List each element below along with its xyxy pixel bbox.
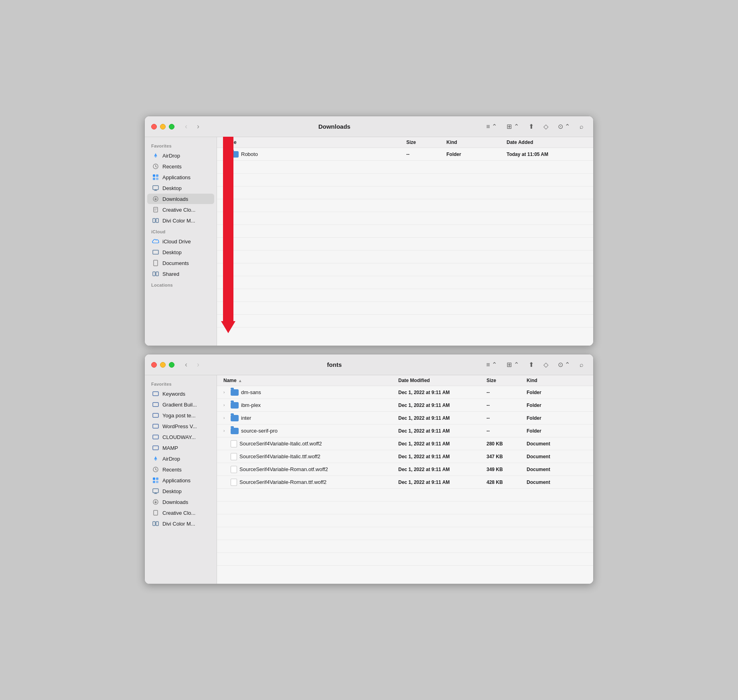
sidebar-item-creative-2[interactable]: Creative Clo... [147, 508, 214, 518]
sidebar-item-wordpress-2[interactable]: WordPress V... [147, 421, 214, 431]
table-row[interactable]: › ibm-plex Dec 1, 2022 at 9:11 AM -- Fol… [217, 399, 593, 412]
search-button-2[interactable]: ⌕ [576, 360, 587, 370]
file-name-ss4-italic-otf: SourceSerif4Variable-Italic.otf.woff2 [239, 441, 322, 447]
maximize-button-1[interactable] [169, 124, 174, 129]
file-list-1: Name Size Kind Date Added › Roboto -- Fo… [217, 137, 593, 346]
file-date-1: Today at 11:05 AM [507, 152, 587, 157]
sidebar-item-shared-1[interactable]: Shared [147, 269, 214, 279]
downloads-icon-2 [152, 498, 159, 506]
svg-rect-14 [156, 272, 158, 276]
table-row[interactable]: › dm-sans Dec 1, 2022 at 9:11 AM -- Fold… [217, 386, 593, 399]
close-button-1[interactable] [151, 124, 157, 129]
sidebar-item-airdrop-2[interactable]: AirDrop [147, 453, 214, 464]
col-date-header-2[interactable]: Date Modified [398, 378, 487, 383]
search-icon-2: ⌕ [580, 361, 584, 368]
sidebar-item-downloads-1[interactable]: Downloads [147, 194, 214, 204]
folder-icon-source-serif-pro [231, 428, 239, 434]
table-row[interactable]: › inter Dec 1, 2022 at 9:11 AM -- Folder [217, 412, 593, 425]
svg-rect-16 [153, 403, 158, 407]
downloads-label-2: Downloads [162, 499, 188, 505]
empty-row [217, 276, 593, 289]
maximize-button-2[interactable] [169, 362, 174, 368]
file-name-ibm-plex: ibm-plex [241, 402, 261, 408]
documents-label-1: Documents [162, 260, 189, 266]
sidebar-item-desktop-2[interactable]: Desktop [147, 486, 214, 496]
file-size-ss4-roman-otf: 349 KB [487, 467, 527, 472]
grid-view-icon-1: ⊞ ⌃ [507, 123, 519, 130]
minimize-button-2[interactable] [160, 362, 166, 368]
file-icon-ss4-italic-otf [231, 440, 237, 447]
sidebar-item-creative-1[interactable]: Creative Clo... [147, 204, 214, 215]
sidebar-item-recents-1[interactable]: Recents [147, 161, 214, 172]
window-title-1: Downloads [191, 123, 478, 130]
file-date-ss4-roman-ttf: Dec 1, 2022 at 9:11 AM [398, 479, 487, 485]
sidebar-item-yoga-2[interactable]: Yoga post te... [147, 410, 214, 421]
file-size-inter: -- [487, 415, 527, 421]
tag-button-1[interactable]: ◇ [540, 121, 551, 132]
grid-view-button-2[interactable]: ⊞ ⌃ [503, 359, 522, 370]
file-kind-ss4-italic-ttf: Document [527, 454, 587, 459]
list-view-button-2[interactable]: ≡ ⌃ [483, 359, 500, 370]
grid-view-button-1[interactable]: ⊞ ⌃ [503, 121, 522, 132]
file-name-inter: inter [241, 415, 251, 421]
row-chevron-inter: › [223, 416, 228, 420]
col-kind-header-2[interactable]: Kind [527, 378, 587, 383]
divi-icon-1 [152, 217, 159, 224]
table-row[interactable]: › Roboto -- Folder Today at 11:05 AM [217, 148, 593, 161]
minimize-button-1[interactable] [160, 124, 166, 129]
gradient-label-2: Gradient Buil... [162, 402, 197, 408]
col-name-header-1: Name [223, 140, 406, 145]
svg-rect-24 [156, 477, 158, 480]
share-button-1[interactable]: ⬆ [525, 121, 537, 132]
file-kind-source-serif-pro: Folder [527, 428, 587, 434]
sidebar-item-divi-1[interactable]: Divi Color M... [147, 215, 214, 226]
back-button-2[interactable]: ‹ [182, 359, 190, 370]
table-row[interactable]: › SourceSerif4Variable-Italic.ttf.woff2 … [217, 450, 593, 463]
recents-label-1: Recents [162, 164, 182, 170]
sidebar-item-icloud-drive-1[interactable]: iCloud Drive [147, 236, 214, 247]
search-button-1[interactable]: ⌕ [576, 121, 587, 132]
sidebar-item-downloads-2[interactable]: Downloads [147, 497, 214, 507]
empty-row [217, 212, 593, 225]
table-row[interactable]: › SourceSerif4Variable-Roman.otf.woff2 D… [217, 463, 593, 476]
window-title-2: fonts [191, 361, 478, 368]
file-kind-dm-sans: Folder [527, 390, 587, 395]
table-row[interactable]: › SourceSerif4Variable-Roman.ttf.woff2 D… [217, 476, 593, 489]
close-button-2[interactable] [151, 362, 157, 368]
sidebar-item-keywords-2[interactable]: Keywords [147, 388, 214, 399]
svg-rect-10 [156, 218, 158, 223]
row-chevron-source-serif-pro: › [223, 429, 228, 433]
sidebar-item-gradient-2[interactable]: Gradient Buil... [147, 399, 214, 410]
sidebar-item-documents-1[interactable]: Documents [147, 258, 214, 268]
row-chevron-dm-sans: › [223, 390, 228, 395]
more-button-1[interactable]: ⊙ ⌃ [555, 121, 573, 132]
file-date-ibm-plex: Dec 1, 2022 at 9:11 AM [398, 403, 487, 408]
sidebar-item-mamp-2[interactable]: MAMP [147, 443, 214, 453]
finder-window-2: ‹ › fonts ≡ ⌃ ⊞ ⌃ ⬆ ◇ ⊙ ⌃ [144, 354, 594, 584]
sidebar-item-applications-2[interactable]: Applications [147, 475, 214, 486]
col-size-header-2[interactable]: Size [487, 378, 527, 383]
icloud-desktop-icon-1 [152, 249, 159, 256]
more-button-2[interactable]: ⊙ ⌃ [555, 359, 573, 370]
table-row[interactable]: › source-serif-pro Dec 1, 2022 at 9:11 A… [217, 425, 593, 437]
sidebar-item-applications-1[interactable]: Applications [147, 172, 214, 182]
sidebar-item-icloud-desktop-1[interactable]: Desktop [147, 247, 214, 257]
share-button-2[interactable]: ⬆ [525, 359, 537, 370]
sidebar-item-recents-2[interactable]: Recents [147, 464, 214, 475]
icloud-drive-label-1: iCloud Drive [162, 239, 191, 245]
finder-body-1: Favorites AirDrop Recents [145, 137, 593, 346]
svg-rect-19 [153, 435, 158, 439]
list-view-button-1[interactable]: ≡ ⌃ [483, 121, 500, 132]
sidebar-item-airdrop-1[interactable]: AirDrop [147, 150, 214, 161]
sidebar-item-divi-2[interactable]: Divi Color M... [147, 518, 214, 529]
finder-window-1: ‹ › Downloads ≡ ⌃ ⊞ ⌃ ⬆ ◇ ⊙ ⌃ [144, 116, 594, 346]
table-row[interactable]: › SourceSerif4Variable-Italic.otf.woff2 … [217, 437, 593, 450]
sidebar-item-desktop-1[interactable]: Desktop [147, 183, 214, 193]
tag-button-2[interactable]: ◇ [540, 359, 551, 370]
toolbar-right-1: ≡ ⌃ ⊞ ⌃ ⬆ ◇ ⊙ ⌃ ⌕ [483, 121, 587, 132]
desktop-label-2: Desktop [162, 488, 182, 494]
folder-icon-inter [231, 415, 239, 421]
sidebar-item-cloudway-2[interactable]: CLOUDWAY... [147, 432, 214, 442]
back-button-1[interactable]: ‹ [182, 121, 190, 132]
col-name-header-2[interactable]: Name ▲ [223, 378, 398, 383]
